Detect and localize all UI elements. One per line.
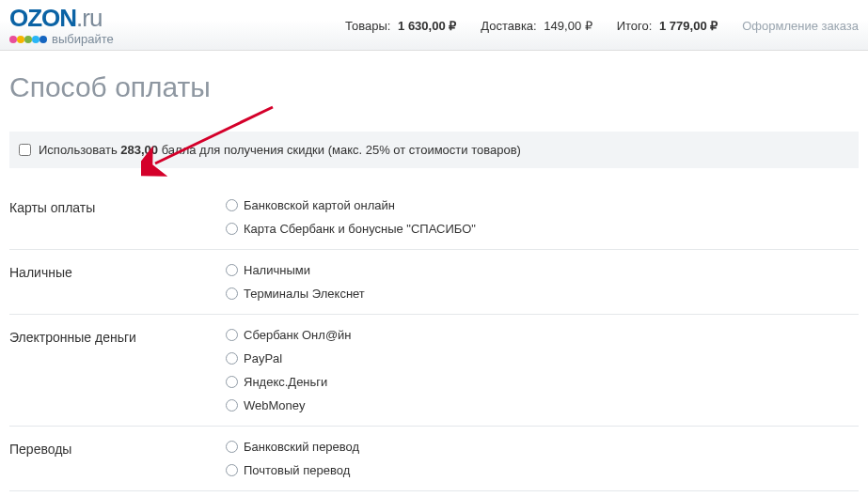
radio-icon[interactable] [226,352,238,365]
content-area: Способ оплаты Использовать 283,00 балла … [0,51,868,497]
section-label: Переводы [9,440,226,477]
payment-option[interactable]: Почтовый перевод [226,463,859,477]
section-options: Банковский переводПочтовый перевод [226,440,859,477]
summary-goods: Товары: 1 630,00 ₽ [345,19,456,33]
payment-option-label: WebMoney [244,398,306,412]
radio-icon[interactable] [226,376,238,388]
radio-icon[interactable] [226,223,238,235]
payment-option[interactable]: Карта Сбербанк и бонусные "СПАСИБО" [226,222,859,236]
payment-option[interactable]: Яндекс.Деньги [226,375,859,389]
logo-subtitle: выбирайте [52,32,114,46]
section-label: Карты оплаты [9,198,226,236]
payment-option[interactable]: WebMoney [226,398,859,412]
use-points-row: Использовать 283,00 балла для получения … [9,132,859,168]
use-points-label: Использовать 283,00 балла для получения … [39,143,521,157]
radio-icon[interactable] [226,264,238,276]
section-options: НаличнымиТерминалы Элекснет [226,263,859,301]
logo-dot-icon [9,36,17,43]
radio-icon[interactable] [226,329,238,341]
payment-option-label: Сбербанк Онл@йн [244,328,352,342]
section-label: Наличные [9,263,226,301]
section-options: Сбербанк Онл@йнPayPalЯндекс.ДеньгиWebMon… [226,328,859,412]
payment-option[interactable]: Сбербанк Онл@йн [226,328,859,342]
page-title: Способ оплаты [9,71,859,103]
payment-option-label: Почтовый перевод [244,463,350,477]
logo-text: OZON.ru [9,6,102,30]
payment-option-label: PayPal [244,351,282,365]
use-points-checkbox[interactable] [19,144,31,156]
payment-option-label: Наличными [244,263,310,277]
payment-section: Электронные деньгиСбербанк Онл@йнPayPalЯ… [9,315,859,427]
radio-icon[interactable] [226,441,238,453]
payment-option[interactable]: PayPal [226,351,859,365]
order-summary: Товары: 1 630,00 ₽ Доставка: 149,00 ₽ Ит… [179,19,859,33]
payment-option-label: Банковский перевод [244,440,359,454]
logo-dot-icon [17,36,24,43]
logo-dot-icon [39,36,47,43]
payment-option[interactable]: Банковский перевод [226,440,859,454]
logo-dot-icon [24,36,32,43]
checkout-step-label: Оформление заказа [742,19,859,33]
summary-delivery: Доставка: 149,00 ₽ [481,19,592,33]
radio-icon[interactable] [226,399,238,412]
payment-option[interactable]: Наличными [226,263,859,277]
summary-total: Итого: 1 779,00 ₽ [617,19,718,33]
radio-icon[interactable] [226,464,238,476]
section-label: Электронные деньги [9,328,226,412]
section-options: Банковской картой онлайнКарта Сбербанк и… [226,198,859,236]
payment-option[interactable]: Терминалы Элекснет [226,287,859,301]
logo-name-domain: .ru [76,4,102,32]
payment-option-label: Банковской картой онлайн [244,198,395,212]
logo-dot-icon [32,36,39,43]
payment-option-label: Яндекс.Деньги [244,375,327,389]
payment-section: ПереводыБанковский переводПочтовый перев… [9,427,859,491]
header-bar: OZON.ru выбирайте Товары: 1 630,00 ₽ Дос… [0,0,868,51]
payment-section: Карты оплатыБанковской картой онлайнКарт… [9,185,859,250]
logo-subtitle-row: выбирайте [9,32,114,46]
payment-option-label: Карта Сбербанк и бонусные "СПАСИБО" [244,222,476,236]
logo-name-main: OZON [9,4,76,32]
payment-option-label: Терминалы Элекснет [244,287,365,301]
radio-icon[interactable] [226,199,238,211]
radio-icon[interactable] [226,287,238,300]
payment-section: НаличныеНаличнымиТерминалы Элекснет [9,250,859,315]
payment-option[interactable]: Банковской картой онлайн [226,198,859,212]
logo[interactable]: OZON.ru выбирайте [9,6,160,46]
